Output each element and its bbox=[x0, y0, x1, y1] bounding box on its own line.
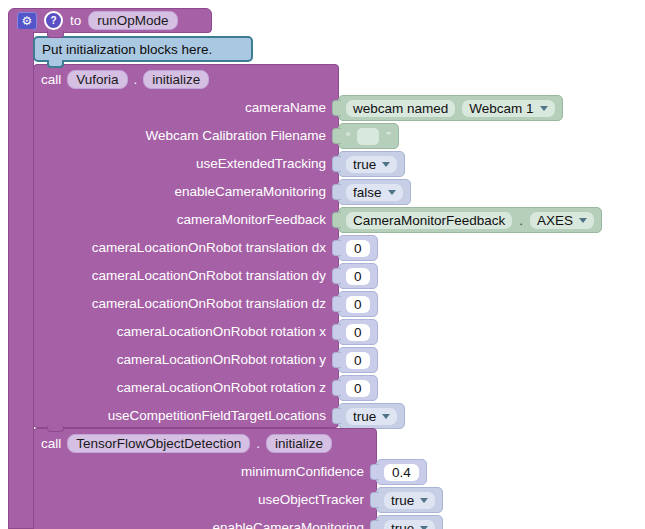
param-row-enableCameraMonitoring-tf: enableCameraMonitoring true bbox=[34, 513, 376, 529]
open-quote: “ bbox=[346, 129, 350, 144]
comment-block[interactable]: Put initialization blocks here. bbox=[33, 36, 253, 62]
number-field[interactable]: 0 bbox=[346, 268, 370, 285]
number-block[interactable]: 0.4 bbox=[376, 459, 427, 485]
param-row-enableCameraMonitoring: enableCameraMonitoring false bbox=[34, 177, 338, 205]
number-field[interactable]: 0 bbox=[346, 352, 370, 369]
number-block[interactable]: 0 bbox=[338, 319, 378, 345]
boolean-value: true bbox=[391, 521, 414, 529]
vuforia-initialize-block[interactable]: call Vuforia . initialize cameraName web… bbox=[33, 64, 339, 428]
runopmode-block-body[interactable] bbox=[8, 32, 34, 529]
boolean-dropdown[interactable]: true bbox=[384, 520, 435, 529]
boolean-value: true bbox=[391, 493, 414, 508]
boolean-block[interactable]: true bbox=[338, 151, 405, 177]
call-keyword: call bbox=[41, 436, 61, 451]
number-block[interactable]: 0 bbox=[338, 347, 378, 373]
enum-block[interactable]: CameraMonitorFeedback . AXES bbox=[338, 207, 602, 233]
boolean-dropdown[interactable]: true bbox=[384, 492, 435, 509]
param-row-cameraName: cameraName webcam named Webcam 1 bbox=[34, 93, 338, 121]
number-field[interactable]: 0 bbox=[346, 240, 370, 257]
runopmode-block-header[interactable]: ⚙ ? to runOpMode bbox=[8, 8, 212, 33]
webcam-dropdown[interactable]: Webcam 1 bbox=[462, 100, 554, 117]
connector-bump bbox=[47, 31, 64, 38]
boolean-dropdown[interactable]: true bbox=[346, 408, 397, 425]
number-block[interactable]: 0 bbox=[338, 235, 378, 261]
boolean-value: false bbox=[353, 185, 382, 200]
param-label: enableCameraMonitoring bbox=[174, 184, 326, 199]
text-input-field[interactable] bbox=[357, 128, 379, 145]
param-label: cameraName bbox=[245, 100, 326, 115]
tensorflow-block-header: call TensorFlowObjectDetection . initial… bbox=[34, 429, 376, 457]
to-keyword: to bbox=[70, 13, 81, 28]
param-row-translation-dy: cameraLocationOnRobot translation dy 0 bbox=[34, 261, 338, 289]
param-label: cameraLocationOnRobot translation dy bbox=[92, 268, 326, 283]
vuforia-method-field[interactable]: initialize bbox=[143, 70, 209, 89]
param-row-translation-dz: cameraLocationOnRobot translation dz 0 bbox=[34, 289, 338, 317]
param-label: cameraLocationOnRobot rotation x bbox=[117, 324, 326, 339]
enum-class-label: CameraMonitorFeedback bbox=[346, 212, 512, 229]
dropdown-arrow-icon bbox=[382, 414, 390, 419]
help-icon[interactable]: ? bbox=[44, 11, 63, 30]
webcam-dropdown-value: Webcam 1 bbox=[469, 101, 533, 116]
param-label: useObjectTracker bbox=[258, 492, 364, 507]
tensorflow-target-field[interactable]: TensorFlowObjectDetection bbox=[67, 434, 250, 453]
param-label: cameraLocationOnRobot translation dx bbox=[92, 240, 326, 255]
dropdown-arrow-icon bbox=[420, 498, 428, 503]
boolean-block[interactable]: true bbox=[338, 403, 405, 429]
param-row-useExtendedTracking: useExtendedTracking true bbox=[34, 149, 338, 177]
param-row-useObjectTracker: useObjectTracker true bbox=[34, 485, 376, 513]
close-quote: ” bbox=[386, 129, 390, 144]
boolean-block[interactable]: true bbox=[376, 515, 443, 529]
param-row-rotation-y: cameraLocationOnRobot rotation y 0 bbox=[34, 345, 338, 373]
dropdown-arrow-icon bbox=[382, 162, 390, 167]
param-label: cameraMonitorFeedback bbox=[177, 212, 326, 227]
param-label: cameraLocationOnRobot rotation y bbox=[117, 352, 326, 367]
boolean-value: true bbox=[353, 409, 376, 424]
param-label: Webcam Calibration Filename bbox=[145, 128, 326, 143]
number-field[interactable]: 0 bbox=[346, 324, 370, 341]
enum-dropdown[interactable]: AXES bbox=[530, 212, 594, 229]
boolean-block[interactable]: true bbox=[376, 487, 443, 513]
param-row-minimumConfidence: minimumConfidence 0.4 bbox=[34, 457, 376, 485]
dot-separator: . bbox=[519, 213, 523, 228]
boolean-dropdown[interactable]: true bbox=[346, 156, 397, 173]
boolean-dropdown[interactable]: false bbox=[346, 184, 403, 201]
dropdown-arrow-icon bbox=[420, 526, 428, 529]
boolean-value: true bbox=[353, 157, 376, 172]
param-label: cameraLocationOnRobot translation dz bbox=[92, 296, 326, 311]
call-keyword: call bbox=[41, 72, 61, 87]
param-label: enableCameraMonitoring bbox=[212, 520, 364, 529]
number-field[interactable]: 0 bbox=[346, 296, 370, 313]
number-field[interactable]: 0 bbox=[346, 380, 370, 397]
vuforia-target-field[interactable]: Vuforia bbox=[67, 70, 127, 89]
param-row-calibration-filename: Webcam Calibration Filename “ ” bbox=[34, 121, 338, 149]
number-block[interactable]: 0 bbox=[338, 291, 378, 317]
param-label: cameraLocationOnRobot rotation z bbox=[117, 380, 326, 395]
text-block[interactable]: “ ” bbox=[338, 123, 399, 149]
dot-separator: . bbox=[134, 72, 138, 87]
dropdown-arrow-icon bbox=[388, 190, 396, 195]
webcam-name-block[interactable]: webcam named Webcam 1 bbox=[338, 95, 563, 121]
connector-bump bbox=[47, 426, 64, 432]
param-row-rotation-x: cameraLocationOnRobot rotation x 0 bbox=[34, 317, 338, 345]
param-label: useCompetitionFieldTargetLocations bbox=[108, 408, 326, 423]
boolean-block[interactable]: false bbox=[338, 179, 411, 205]
number-block[interactable]: 0 bbox=[338, 375, 378, 401]
tensorflow-method-field[interactable]: initialize bbox=[266, 434, 332, 453]
comment-text: Put initialization blocks here. bbox=[42, 42, 212, 57]
dropdown-arrow-icon bbox=[579, 218, 587, 223]
dot-separator: . bbox=[256, 436, 260, 451]
param-row-useCompetitionFieldTargetLocations: useCompetitionFieldTargetLocations true bbox=[34, 401, 338, 429]
webcam-named-label: webcam named bbox=[346, 100, 455, 117]
param-row-rotation-z: cameraLocationOnRobot rotation z 0 bbox=[34, 373, 338, 401]
tensorflow-initialize-block[interactable]: call TensorFlowObjectDetection . initial… bbox=[33, 428, 377, 529]
number-field[interactable]: 0.4 bbox=[384, 464, 419, 481]
param-row-cameraMonitorFeedback: cameraMonitorFeedback CameraMonitorFeedb… bbox=[34, 205, 338, 233]
gear-icon[interactable]: ⚙ bbox=[17, 12, 37, 30]
enum-value: AXES bbox=[537, 213, 573, 228]
vuforia-block-header: call Vuforia . initialize bbox=[34, 65, 338, 93]
param-label: useExtendedTracking bbox=[196, 156, 326, 171]
connector-bump bbox=[47, 60, 64, 68]
runopmode-block-seam bbox=[9, 29, 33, 34]
number-block[interactable]: 0 bbox=[338, 263, 378, 289]
procedure-name-field[interactable]: runOpMode bbox=[88, 11, 177, 30]
